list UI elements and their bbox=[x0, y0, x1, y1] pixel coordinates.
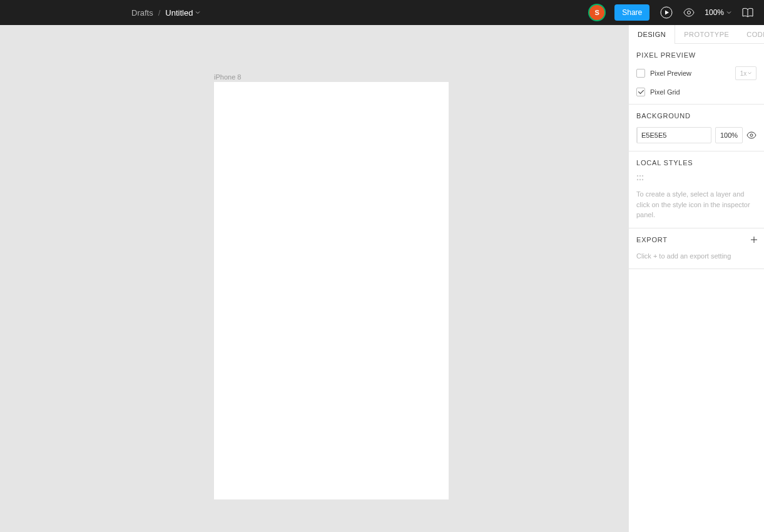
svg-point-7 bbox=[637, 179, 638, 180]
section-background: BACKGROUND bbox=[629, 105, 764, 151]
background-hex-input[interactable] bbox=[638, 131, 711, 139]
section-pixel-preview: PIXEL PREVIEW Pixel Preview 1x Pixel Gri… bbox=[629, 44, 764, 105]
book-icon[interactable] bbox=[741, 6, 754, 19]
breadcrumb-separator: / bbox=[158, 8, 161, 18]
background-opacity-input[interactable] bbox=[715, 127, 743, 143]
add-export-button[interactable] bbox=[750, 235, 758, 246]
checkbox-pixel-grid[interactable] bbox=[636, 88, 645, 96]
section-title-pixel-preview: PIXEL PREVIEW bbox=[636, 51, 756, 59]
section-title-background: BACKGROUND bbox=[636, 112, 756, 120]
styles-grid-icon bbox=[636, 174, 644, 182]
svg-point-9 bbox=[642, 179, 643, 180]
play-icon[interactable] bbox=[660, 6, 673, 19]
breadcrumb: Drafts / Untitled bbox=[131, 8, 200, 18]
svg-point-4 bbox=[637, 175, 638, 176]
scale-value: 1x bbox=[740, 70, 747, 77]
export-hint: Click + to add an export setting bbox=[636, 251, 756, 262]
section-local-styles: LOCAL STYLES To create a style, select a… bbox=[629, 151, 764, 228]
properties-panel: DESIGN PROTOTYPE CODE PIXEL PREVIEW Pixe… bbox=[628, 25, 764, 532]
pixel-preview-scale[interactable]: 1x bbox=[735, 66, 756, 80]
panel-tabs: DESIGN PROTOTYPE CODE bbox=[629, 25, 764, 44]
svg-point-1 bbox=[688, 11, 691, 14]
svg-point-6 bbox=[642, 175, 643, 176]
tab-design[interactable]: DESIGN bbox=[629, 25, 675, 43]
local-styles-hint: To create a style, select a layer and cl… bbox=[636, 189, 756, 220]
file-title-text: Untitled bbox=[165, 8, 193, 18]
top-bar: Drafts / Untitled S Share 100% bbox=[0, 0, 764, 25]
zoom-control[interactable]: 100% bbox=[705, 8, 731, 17]
frame-iphone-8[interactable] bbox=[214, 82, 449, 499]
top-bar-right: S Share 100% bbox=[589, 4, 764, 21]
canvas[interactable]: iPhone 8 bbox=[0, 25, 628, 532]
zoom-value: 100% bbox=[705, 8, 724, 17]
svg-point-8 bbox=[639, 179, 641, 180]
svg-point-5 bbox=[639, 175, 641, 176]
avatar[interactable]: S bbox=[589, 5, 604, 20]
eye-icon[interactable] bbox=[683, 7, 695, 18]
checkbox-pixel-preview[interactable] bbox=[636, 69, 645, 78]
section-title-export: EXPORT bbox=[636, 236, 756, 243]
section-title-local-styles: LOCAL STYLES bbox=[636, 159, 756, 166]
section-export: EXPORT Click + to add an export setting bbox=[629, 228, 764, 270]
label-pixel-preview: Pixel Preview bbox=[650, 69, 691, 77]
share-button[interactable]: Share bbox=[614, 4, 649, 21]
visibility-toggle-icon[interactable] bbox=[746, 130, 756, 140]
frame-label[interactable]: iPhone 8 bbox=[214, 73, 241, 81]
svg-point-3 bbox=[750, 134, 753, 136]
chevron-down-icon bbox=[195, 10, 200, 15]
breadcrumb-location[interactable]: Drafts bbox=[131, 8, 153, 18]
label-pixel-grid: Pixel Grid bbox=[650, 88, 680, 96]
file-title[interactable]: Untitled bbox=[165, 8, 200, 18]
background-color-field bbox=[636, 127, 711, 143]
tab-code[interactable]: CODE bbox=[738, 25, 764, 43]
tab-prototype[interactable]: PROTOTYPE bbox=[675, 25, 738, 43]
